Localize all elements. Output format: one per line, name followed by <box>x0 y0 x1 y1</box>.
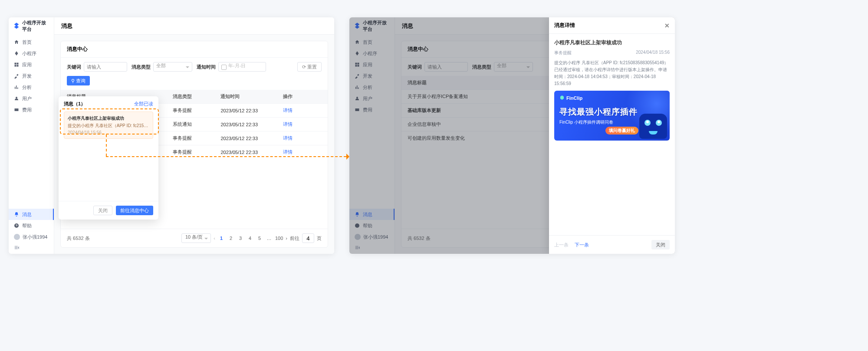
total-count: 共 6532 条 <box>408 235 431 242</box>
nav-users[interactable]: 用户 <box>349 93 395 104</box>
time-label: 通知时间 <box>197 64 216 70</box>
message-popup: 消息（1） 全部已读 小程序凡泰社区上架审核成功 提交的小程序 凡泰社区（APP… <box>59 96 158 220</box>
nav-app[interactable]: 应用 <box>9 59 54 70</box>
detail-title: 小程序凡泰社区上架审核成功 <box>554 39 670 46</box>
total-count: 共 6532 条 <box>67 235 90 242</box>
table-footer: 共 6532 条 10 条/页 ‹ 1 2 3 4 5 … 100 › <box>61 229 328 247</box>
nav-dev[interactable]: 开发 <box>349 70 395 82</box>
col-op: 操作 <box>283 93 322 100</box>
page-size-select[interactable]: 10 条/页 <box>181 233 211 243</box>
drawer-close-icon[interactable]: ✕ <box>664 22 670 29</box>
next-page[interactable]: › <box>286 236 287 241</box>
detail-tag: 事务提醒 <box>554 50 572 56</box>
page-unit: 页 <box>317 235 322 242</box>
detail-description: 提交的小程序 凡泰社区（APP ID: fc21508358830554149）… <box>554 59 670 87</box>
keyword-input[interactable] <box>424 62 468 72</box>
keyword-label: 关键词 <box>67 64 81 70</box>
popup-title: 消息（1） <box>64 101 85 107</box>
nav-home[interactable]: 首页 <box>349 36 395 48</box>
query-button[interactable]: ⚲查询 <box>67 76 90 85</box>
nav-label: 小程序 <box>22 50 36 57</box>
prev-message[interactable]: 上一条 <box>554 242 569 248</box>
page-number[interactable]: 3 <box>237 236 244 241</box>
page-number[interactable]: 2 <box>227 236 234 241</box>
diamond-icon <box>14 51 19 56</box>
diamond-icon <box>355 51 360 56</box>
btn-label: 前往消息中心 <box>120 207 149 214</box>
next-message[interactable]: 下一条 <box>575 242 589 248</box>
page-number[interactable]: 4 <box>247 236 253 241</box>
nav-help[interactable]: 帮助 <box>349 220 395 231</box>
user-icon <box>355 96 360 101</box>
page-number[interactable]: 1 <box>218 236 225 241</box>
nav-label: 分析 <box>22 84 32 91</box>
page-title-bar: 消息 <box>54 17 334 35</box>
reset-button[interactable]: ⟳重置 <box>297 62 322 72</box>
detail-drawer: 消息详情 ✕ 小程序凡泰社区上架审核成功 事务提醒 2024/04/18 15:… <box>549 17 675 254</box>
drawer-close-button[interactable]: 关闭 <box>651 240 670 249</box>
nav-label: 帮助 <box>363 223 372 229</box>
brand-text: 小程序开放平台 <box>22 20 49 33</box>
nav-analysis[interactable]: 分析 <box>349 82 395 93</box>
detail-timestamp: 2024/04/18 15:56 <box>636 50 670 56</box>
avatar-icon <box>14 234 20 240</box>
col-time: 通知时间 <box>220 93 283 100</box>
collapse-sidebar[interactable] <box>9 243 54 254</box>
mascot-icon <box>639 114 667 139</box>
nav-app[interactable]: 应用 <box>349 59 395 70</box>
nav-analysis[interactable]: 分析 <box>9 82 54 93</box>
collapse-sidebar[interactable] <box>349 243 395 254</box>
type-select[interactable]: 全部 <box>153 62 192 72</box>
date-input[interactable]: 年-月-日 <box>218 62 266 72</box>
prev-page[interactable]: ‹ <box>214 236 215 241</box>
nav-cost[interactable]: 费用 <box>349 104 395 115</box>
home-icon <box>355 39 360 45</box>
popup-close[interactable]: 关闭 <box>93 206 112 215</box>
popup-item-desc: 提交的小程序 凡泰社区（APP ID: fc215083588305449） 已… <box>68 123 149 129</box>
avatar-icon <box>355 234 361 240</box>
brand-text: 小程序开放平台 <box>363 20 390 33</box>
nav-dev[interactable]: 开发 <box>9 70 54 82</box>
cell: 事务提醒 <box>173 135 221 141</box>
keyword-input[interactable] <box>84 62 127 72</box>
chart-icon <box>14 85 19 90</box>
wallet-icon <box>14 107 19 112</box>
nav-label: 开发 <box>22 73 32 79</box>
popup-item[interactable]: 小程序凡泰社区上架审核成功 提交的小程序 凡泰社区（APP ID: fc2150… <box>64 112 153 139</box>
grid-icon <box>14 62 19 67</box>
popup-goto-center[interactable]: 前往消息中心 <box>116 206 153 215</box>
bell-icon <box>14 212 19 217</box>
nav-messages[interactable]: 消息 <box>349 209 395 220</box>
detail-link[interactable]: 详情 <box>283 149 322 155</box>
username: 张小强1994 <box>363 234 388 240</box>
page-number[interactable]: 5 <box>256 236 263 241</box>
nav-label: 开发 <box>363 73 372 79</box>
help-icon <box>355 223 360 228</box>
nav-label: 首页 <box>363 39 372 46</box>
detail-link[interactable]: 详情 <box>283 121 322 128</box>
current-user[interactable]: 张小强1994 <box>349 231 395 243</box>
page-size-label: 10 条/页 <box>185 234 203 239</box>
nav-help[interactable]: 帮助 <box>9 220 54 231</box>
detail-link[interactable]: 详情 <box>283 107 322 114</box>
page-number[interactable]: 100 <box>275 236 283 241</box>
user-icon <box>14 96 19 101</box>
nav-users[interactable]: 用户 <box>9 93 54 104</box>
banner-pill: 填问卷赢好礼 <box>605 127 638 134</box>
collapse-icon <box>14 245 20 252</box>
type-select[interactable]: 全部 <box>494 62 533 72</box>
promo-banner[interactable]: FinClip 寻找最强小程序插件 FinClip 小程序插件调研问卷 填问卷赢… <box>554 91 670 141</box>
nav-messages[interactable]: 消息 <box>9 209 54 220</box>
nav-mini[interactable]: 小程序 <box>9 48 54 59</box>
mark-all-read[interactable]: 全部已读 <box>134 101 153 107</box>
nav-mini[interactable]: 小程序 <box>349 48 395 59</box>
brand: 小程序开放平台 <box>349 17 395 35</box>
nav-home[interactable]: 首页 <box>9 36 54 48</box>
bottom-menu: 消息 帮助 张小强1994 <box>9 208 54 254</box>
btn-label: 关闭 <box>98 207 108 214</box>
goto-input[interactable] <box>302 233 314 243</box>
current-user[interactable]: 张小强1994 <box>9 231 54 243</box>
detail-link[interactable]: 详情 <box>283 135 322 141</box>
app-right: 小程序开放平台 首页 小程序 应用 开发 分析 用户 费用 消息 帮助 张小强1… <box>349 17 675 254</box>
nav-cost[interactable]: 费用 <box>9 104 54 115</box>
